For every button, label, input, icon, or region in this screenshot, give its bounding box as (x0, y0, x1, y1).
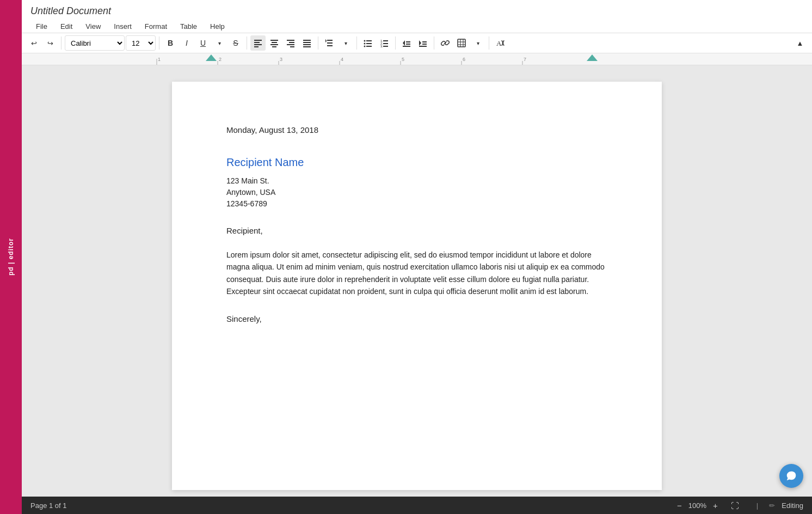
table-button[interactable] (454, 35, 469, 51)
ruler-svg: 1 2 3 4 5 6 7 (22, 53, 812, 65)
doc-body: Lorem ipsum dolor sit amet, consectetur … (226, 249, 607, 298)
bullet-list-button[interactable] (360, 35, 376, 51)
svg-text:A: A (496, 39, 502, 47)
menu-file[interactable]: File (30, 20, 53, 33)
toolbar-divider-6 (395, 36, 396, 50)
chat-icon (785, 470, 797, 482)
align-right-button[interactable] (283, 35, 298, 51)
bold-button[interactable]: B (163, 35, 178, 51)
fullscreen-button[interactable]: ⛶ (729, 500, 741, 511)
svg-rect-35 (406, 44, 410, 45)
svg-text:7: 7 (524, 57, 526, 62)
collapse-toolbar-button[interactable]: ▲ (792, 35, 808, 51)
align-justify-button[interactable] (299, 35, 315, 51)
toolbar-divider-4 (318, 36, 318, 50)
italic-button[interactable]: I (179, 35, 194, 51)
ruler: 1 2 3 4 5 6 7 (22, 53, 812, 65)
doc-recipient-name: Recipient Name (226, 156, 607, 169)
svg-rect-10 (287, 44, 294, 45)
svg-rect-24 (366, 43, 372, 44)
svg-rect-14 (303, 44, 311, 45)
toolbar-divider-3 (247, 36, 247, 50)
doc-address-line-3: 12345-6789 (226, 198, 607, 210)
undo-button[interactable]: ↩ (26, 35, 41, 51)
svg-rect-32 (383, 46, 388, 47)
align-left-button[interactable] (250, 35, 266, 51)
svg-rect-26 (366, 46, 372, 47)
svg-rect-34 (406, 41, 410, 42)
svg-text:4: 4 (341, 57, 343, 62)
menu-table[interactable]: Table (175, 20, 202, 33)
increase-indent-button[interactable] (415, 35, 430, 51)
zoom-in-button[interactable]: + (711, 500, 720, 511)
svg-point-23 (364, 43, 366, 45)
svg-rect-8 (287, 40, 294, 41)
svg-text:3.: 3. (380, 45, 383, 47)
chat-bubble[interactable] (779, 464, 803, 488)
toolbar-divider-7 (434, 36, 434, 50)
svg-rect-39 (422, 44, 427, 45)
doc-address-line-1: 123 Main St. (226, 175, 607, 187)
svg-rect-1 (254, 42, 260, 43)
document-title: Untitled Document (30, 5, 803, 17)
toolbar: ↩ ↪ Calibri Arial Times New Roman Georgi… (22, 33, 812, 53)
link-button[interactable] (438, 35, 453, 51)
editing-mode: Editing (782, 501, 803, 510)
status-bar: Page 1 of 1 − 100% + ⛶ | ✏ Editing (22, 497, 812, 514)
svg-rect-18 (327, 45, 333, 46)
svg-rect-5 (272, 42, 277, 43)
toolbar-divider-5 (356, 36, 357, 50)
line-spacing-dropdown[interactable]: ▾ (338, 35, 353, 51)
document-area[interactable]: Monday, August 13, 2018 Recipient Name 1… (22, 65, 812, 497)
svg-text:6: 6 (463, 57, 465, 62)
status-left: Page 1 of 1 (30, 501, 67, 510)
menu-view[interactable]: View (80, 20, 106, 33)
svg-rect-0 (254, 40, 262, 41)
svg-rect-6 (270, 44, 278, 45)
svg-rect-3 (254, 46, 259, 47)
sidebar: pd | editor (0, 0, 22, 514)
svg-rect-7 (272, 46, 276, 47)
underline-button[interactable]: U (195, 35, 211, 51)
toolbar-divider-2 (159, 36, 159, 50)
numbered-list-button[interactable]: 1.2.3. (377, 35, 392, 51)
toolbar-divider-1 (61, 36, 61, 50)
svg-rect-11 (290, 46, 294, 47)
doc-date: Monday, August 13, 2018 (226, 125, 607, 134)
doc-address-line-2: Anytown, USA (226, 187, 607, 198)
table-dropdown[interactable]: ▾ (470, 35, 485, 51)
font-family-select[interactable]: Calibri Arial Times New Roman Georgia (65, 35, 125, 51)
zoom-out-button[interactable]: − (675, 500, 684, 511)
menu-format[interactable]: Format (139, 20, 173, 33)
menu-edit[interactable]: Edit (55, 20, 78, 33)
font-size-select[interactable]: 891011 121416 (126, 35, 156, 51)
page[interactable]: Monday, August 13, 2018 Recipient Name 1… (172, 82, 662, 490)
svg-rect-50 (22, 53, 812, 65)
page-info: Page 1 of 1 (30, 501, 67, 510)
toolbar-divider-8 (489, 36, 489, 50)
svg-rect-30 (383, 43, 388, 44)
svg-rect-42 (458, 39, 465, 47)
svg-text:3: 3 (280, 57, 282, 62)
menu-help[interactable]: Help (205, 20, 230, 33)
zoom-level: 100% (688, 501, 706, 510)
svg-point-21 (364, 40, 366, 42)
menu-insert[interactable]: Insert (108, 20, 137, 33)
line-spacing-button[interactable] (322, 35, 337, 51)
svg-rect-4 (270, 40, 278, 41)
svg-marker-20 (325, 39, 327, 42)
doc-closing: Sincerely, (226, 314, 607, 323)
clear-formatting-button[interactable]: A (493, 35, 508, 51)
strikethrough-button[interactable]: S (228, 35, 243, 51)
sidebar-brand: pd | editor (7, 238, 15, 276)
svg-marker-37 (419, 40, 421, 46)
doc-salutation: Recipient, (226, 226, 607, 235)
underline-color-button[interactable]: ▾ (212, 35, 227, 51)
svg-point-25 (364, 46, 366, 47)
redo-button[interactable]: ↪ (42, 35, 58, 51)
status-right: − 100% + ⛶ | ✏ Editing (675, 500, 803, 511)
align-center-button[interactable] (267, 35, 282, 51)
svg-rect-15 (303, 46, 311, 47)
svg-rect-16 (327, 40, 333, 41)
decrease-indent-button[interactable] (399, 35, 414, 51)
